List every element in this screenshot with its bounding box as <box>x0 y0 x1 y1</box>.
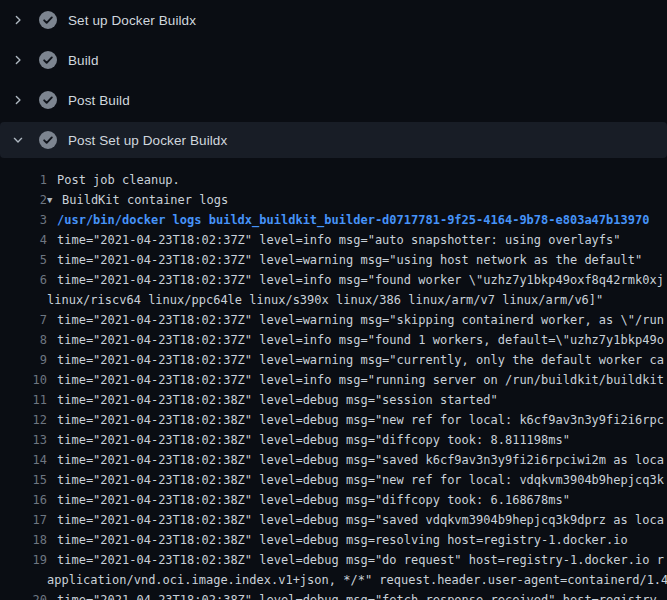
log-line: 1 Post job cleanup. <box>0 170 667 190</box>
log-line-number[interactable]: 1 <box>0 170 47 190</box>
log-line: 7 time="2021-04-23T18:02:37Z" level=warn… <box>0 310 667 330</box>
log-line-text: time="2021-04-23T18:02:38Z" level=debug … <box>57 490 570 510</box>
log-line-text: time="2021-04-23T18:02:38Z" level=debug … <box>57 450 664 470</box>
log-line-number[interactable]: 13 <box>0 430 47 450</box>
log-line-number[interactable]: 6 <box>0 270 47 290</box>
step-label: Build <box>68 53 99 68</box>
log-line: 10 time="2021-04-23T18:02:37Z" level=inf… <box>0 370 667 390</box>
step-row-set-up-docker-buildx[interactable]: Set up Docker Buildx <box>0 0 667 40</box>
log-line: 2 ▼BuildKit container logs <box>0 190 667 210</box>
log-line-number[interactable]: 19 <box>0 550 47 570</box>
step-row-post-set-up-docker-buildx[interactable]: Post Set up Docker Buildx <box>0 122 667 158</box>
log-line-number[interactable]: 18 <box>0 530 47 550</box>
check-circle-icon <box>39 131 57 149</box>
log-line: linux/riscv64 linux/ppc64le linux/s390x … <box>0 290 667 310</box>
log-line-text: time="2021-04-23T18:02:37Z" level=warnin… <box>57 350 664 370</box>
log-line: 16 time="2021-04-23T18:02:38Z" level=deb… <box>0 490 667 510</box>
log-line: 4 time="2021-04-23T18:02:37Z" level=info… <box>0 230 667 250</box>
log-line-number[interactable]: 8 <box>0 330 47 350</box>
log-line-text: time="2021-04-23T18:02:38Z" level=debug … <box>57 510 664 530</box>
log-line-number[interactable]: 3 <box>0 210 47 230</box>
log-line: 8 time="2021-04-23T18:02:37Z" level=info… <box>0 330 667 350</box>
log-line: 12 time="2021-04-23T18:02:38Z" level=deb… <box>0 410 667 430</box>
log-line-text: /usr/bin/docker logs buildx_buildkit_bui… <box>57 210 649 230</box>
log-line: 20 time="2021-04-23T18:02:38Z" level=deb… <box>0 590 667 600</box>
log-line-number[interactable]: 9 <box>0 350 47 370</box>
log-line-text: time="2021-04-23T18:02:37Z" level=info m… <box>57 370 664 390</box>
log-line-text: time="2021-04-23T18:02:38Z" level=debug … <box>57 430 570 450</box>
log-line-text: time="2021-04-23T18:02:37Z" level=info m… <box>57 270 664 290</box>
check-circle-icon <box>39 11 57 29</box>
log-line: 19 time="2021-04-23T18:02:38Z" level=deb… <box>0 550 667 570</box>
log-line: 11 time="2021-04-23T18:02:38Z" level=deb… <box>0 390 667 410</box>
chevron-right-icon <box>12 54 24 66</box>
chevron-down-icon <box>12 134 24 146</box>
group-collapse-icon[interactable]: ▼ <box>47 190 62 210</box>
log-line-number[interactable]: 15 <box>0 470 47 490</box>
log-line-text[interactable]: ▼BuildKit container logs <box>47 190 228 210</box>
log-line-text: time="2021-04-23T18:02:38Z" level=debug … <box>57 590 664 600</box>
step-label: Set up Docker Buildx <box>68 13 196 28</box>
log-line: 17 time="2021-04-23T18:02:38Z" level=deb… <box>0 510 667 530</box>
log-line: 14 time="2021-04-23T18:02:38Z" level=deb… <box>0 450 667 470</box>
log-line-text: time="2021-04-23T18:02:38Z" level=debug … <box>57 550 664 570</box>
log-line-text: time="2021-04-23T18:02:38Z" level=debug … <box>57 390 498 410</box>
log-line-text: time="2021-04-23T18:02:38Z" level=debug … <box>57 530 628 550</box>
log-line: 18 time="2021-04-23T18:02:38Z" level=deb… <box>0 530 667 550</box>
log-line: 9 time="2021-04-23T18:02:37Z" level=warn… <box>0 350 667 370</box>
check-circle-icon <box>39 91 57 109</box>
log-line-text: time="2021-04-23T18:02:38Z" level=debug … <box>57 410 664 430</box>
log-line-number[interactable]: 4 <box>0 230 47 250</box>
log-lines: 1 Post job cleanup. 2 ▼BuildKit containe… <box>0 160 667 600</box>
log-line-text: time="2021-04-23T18:02:38Z" level=debug … <box>57 470 664 490</box>
log-line-number[interactable]: 2 <box>0 190 47 210</box>
step-row-post-build[interactable]: Post Build <box>0 80 667 120</box>
log-line-number[interactable]: 20 <box>0 590 47 600</box>
log-line: 3 /usr/bin/docker logs buildx_buildkit_b… <box>0 210 667 230</box>
chevron-right-icon <box>12 14 24 26</box>
log-line-number[interactable] <box>0 290 47 310</box>
log-line: 6 time="2021-04-23T18:02:37Z" level=info… <box>0 270 667 290</box>
log-line: 5 time="2021-04-23T18:02:37Z" level=warn… <box>0 250 667 270</box>
step-row-build[interactable]: Build <box>0 40 667 80</box>
log-line: application/vnd.oci.image.index.v1+json,… <box>0 570 667 590</box>
log-line-number[interactable]: 17 <box>0 510 47 530</box>
log-line-text: Post job cleanup. <box>57 170 180 190</box>
log-line-number[interactable] <box>0 570 47 590</box>
log-line-text: time="2021-04-23T18:02:37Z" level=warnin… <box>57 310 664 330</box>
chevron-right-icon <box>12 94 24 106</box>
log-line-number[interactable]: 5 <box>0 250 47 270</box>
step-label: Post Build <box>68 93 130 108</box>
log-line-number[interactable]: 16 <box>0 490 47 510</box>
log-line: 13 time="2021-04-23T18:02:38Z" level=deb… <box>0 430 667 450</box>
log-line-number[interactable]: 12 <box>0 410 47 430</box>
log-line-number[interactable]: 14 <box>0 450 47 470</box>
log-line-number[interactable]: 11 <box>0 390 47 410</box>
log-line-text: time="2021-04-23T18:02:37Z" level=warnin… <box>57 250 642 270</box>
log-line-number[interactable]: 7 <box>0 310 47 330</box>
log-line: 15 time="2021-04-23T18:02:38Z" level=deb… <box>0 470 667 490</box>
steps-list: Set up Docker Buildx Build Post Build Po… <box>0 0 667 158</box>
check-circle-icon <box>39 51 57 69</box>
log-line-text: linux/riscv64 linux/ppc64le linux/s390x … <box>47 290 603 310</box>
log-line-number[interactable]: 10 <box>0 370 47 390</box>
log-line-text: application/vnd.oci.image.index.v1+json,… <box>47 570 667 590</box>
log-line-text: time="2021-04-23T18:02:37Z" level=info m… <box>57 330 664 350</box>
log-line-text: time="2021-04-23T18:02:37Z" level=info m… <box>57 230 621 250</box>
step-label: Post Set up Docker Buildx <box>68 133 227 148</box>
